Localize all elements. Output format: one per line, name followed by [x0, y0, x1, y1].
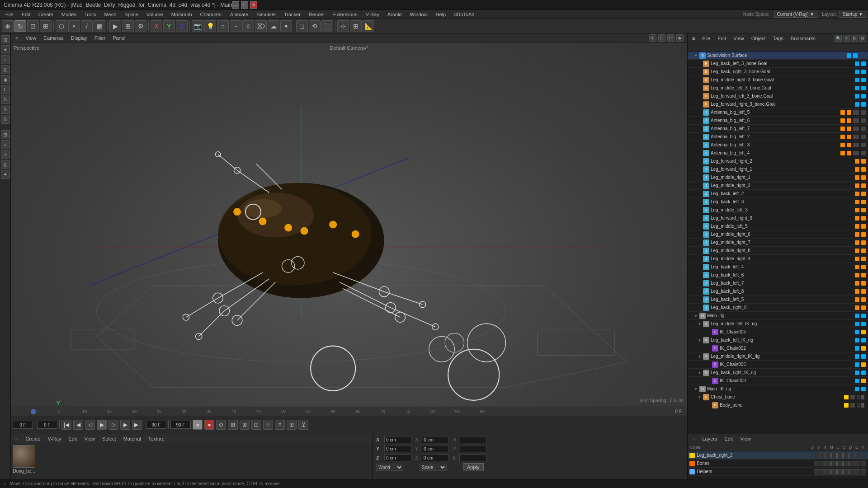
- layers-toggle[interactable]: ≡: [689, 435, 698, 442]
- frame-fps-input[interactable]: [170, 421, 191, 429]
- x-axis[interactable]: X: [151, 20, 162, 32]
- grid-btn[interactable]: ⊞: [350, 20, 362, 32]
- snap-btn[interactable]: ⊹: [337, 20, 349, 32]
- menu-mograph[interactable]: MoGraph: [168, 11, 196, 18]
- sg-item-leg-7[interactable]: J Leg_middle_left_3: [688, 206, 868, 214]
- sg-item-leg-13[interactable]: J Leg_middle_right_4: [688, 255, 868, 263]
- menu-simulate[interactable]: Simulate: [253, 11, 279, 18]
- maximize-button[interactable]: □: [241, 1, 248, 9]
- vp-menu-toggle[interactable]: ≡: [13, 34, 21, 42]
- sg-item-leg-4[interactable]: J Leg_middle_right_2: [688, 182, 868, 190]
- sg-item-leg-2[interactable]: J Leg_forward_right_1: [688, 165, 868, 174]
- sg-menu-edit[interactable]: Edit: [715, 35, 729, 42]
- sg-item-backright-ik[interactable]: ▾ N Leg_back_right_IK_rig: [688, 369, 868, 377]
- sg-item-ant-2[interactable]: J Antenna_big_left_6: [688, 117, 868, 125]
- layer-item-bones[interactable]: Bones: [688, 460, 868, 468]
- object-mode[interactable]: ⬡: [56, 20, 67, 32]
- mat-menu-view[interactable]: View: [81, 435, 98, 442]
- motion-path-btn[interactable]: ⊞: [287, 420, 297, 430]
- coord-rx-input[interactable]: [422, 436, 449, 443]
- light-btn[interactable]: 💡: [204, 20, 216, 32]
- vp-menu-cameras[interactable]: Cameras: [41, 34, 66, 42]
- coord-btn[interactable]: 📐: [363, 20, 374, 32]
- extra-btn[interactable]: ⊻: [298, 420, 308, 430]
- mat-menu-edit[interactable]: Edit: [66, 435, 80, 442]
- menu-vray[interactable]: V-Ray: [362, 11, 383, 18]
- sg-item-leg-6[interactable]: J Leg_back_left_3: [688, 198, 868, 206]
- sg-item-leg-3[interactable]: J Leg_middle_right_1: [688, 174, 868, 182]
- vp-menu-panel[interactable]: Panel: [110, 34, 128, 42]
- coord-scale-dropdown[interactable]: Scale: [420, 464, 447, 471]
- sg-item-goal-6[interactable]: B Leg_forward_right_3_bone.Goal: [688, 100, 868, 108]
- menu-help[interactable]: Help: [432, 11, 450, 18]
- vp-fit-btn[interactable]: ⊞: [649, 34, 656, 42]
- close-button[interactable]: ✕: [250, 1, 257, 9]
- sg-item-chain006[interactable]: C IK_Chain006: [688, 361, 868, 369]
- sg-item-leg-15[interactable]: J Leg_back_left_6: [688, 271, 868, 279]
- layer-item-backright[interactable]: Leg_back_right_2: [688, 451, 868, 460]
- coord-p-input[interactable]: [460, 445, 487, 452]
- scale-tool[interactable]: ⊡: [27, 20, 39, 32]
- sg-item-midleft-ik[interactable]: ▾ N Leg_middle_left_IK_rig: [688, 320, 868, 328]
- render-settings[interactable]: ⚙: [135, 20, 146, 32]
- render-btn[interactable]: ▶: [109, 20, 121, 32]
- coord-y-input[interactable]: [384, 445, 411, 452]
- coord-ry-input[interactable]: [422, 445, 449, 452]
- sidebar-mode-10[interactable]: ⊞: [1, 130, 10, 139]
- vp-3d-btn[interactable]: 3D: [667, 34, 675, 42]
- transform-tool[interactable]: ⊞: [40, 20, 52, 32]
- sg-item-main-rig[interactable]: ▾ N Main_rig: [688, 312, 868, 320]
- ik-btn[interactable]: ⊞: [228, 420, 238, 430]
- next-key-btn[interactable]: ▷: [108, 420, 118, 430]
- menu-3dotoall[interactable]: 3DoToAll: [450, 11, 477, 18]
- menu-volume[interactable]: Volume: [143, 11, 167, 18]
- particle-btn[interactable]: ✦: [280, 20, 292, 32]
- primitive-btn[interactable]: ○: [217, 20, 229, 32]
- sg-item-leg-11[interactable]: J Leg_middle_right_7: [688, 239, 868, 247]
- viewport[interactable]: Perspective Default Camera•* Grid Spacin…: [11, 42, 687, 407]
- fill-btn[interactable]: ⬛: [321, 20, 333, 32]
- sg-item-goal-2[interactable]: B Leg_back_right_3_bone.Goal: [688, 68, 868, 76]
- sg-menu-view[interactable]: View: [731, 35, 747, 42]
- sg-menu-file[interactable]: File: [699, 35, 713, 42]
- coord-b-input[interactable]: [459, 454, 486, 461]
- sg-item-leg-8[interactable]: J Leg_forward_right_3: [688, 214, 868, 222]
- next-frame-btn[interactable]: ▶: [120, 420, 130, 430]
- prev-key-btn[interactable]: ◁: [85, 420, 95, 430]
- edge-mode[interactable]: /: [81, 20, 93, 32]
- menu-create[interactable]: Create: [35, 11, 57, 18]
- sidebar-mode-14[interactable]: ✦: [1, 170, 10, 179]
- sg-vis-1[interactable]: [847, 53, 851, 58]
- scene-graph[interactable]: ▾ S Subdivision Surface B Leg_back_left_…: [688, 52, 868, 434]
- layers-edit[interactable]: Edit: [722, 435, 736, 442]
- sg-item-leg-10[interactable]: J Leg_middle_right_6: [688, 230, 868, 239]
- vp-render-btn[interactable]: ▶: [676, 34, 684, 42]
- render-view[interactable]: ⊞: [122, 20, 134, 32]
- vp-menu-filter[interactable]: Filter: [92, 34, 108, 42]
- coord-x-input[interactable]: [384, 436, 411, 443]
- timeline-mode-btn[interactable]: ≡: [275, 420, 285, 430]
- timeline-cursor[interactable]: [31, 409, 36, 414]
- menu-file[interactable]: File: [2, 11, 17, 18]
- go-start-btn[interactable]: |◀: [61, 420, 71, 430]
- environment-btn[interactable]: ☁: [268, 20, 279, 32]
- sg-item-leg-14[interactable]: J Leg_back_left_4: [688, 263, 868, 271]
- prev-frame-btn[interactable]: ◀: [73, 420, 83, 430]
- sg-item-goal-5[interactable]: B Leg_forward_left_3_bone.Goal: [688, 92, 868, 100]
- sg-menu-toggle[interactable]: ≡: [689, 35, 698, 42]
- record-btn[interactable]: ●: [193, 420, 203, 430]
- move-tool[interactable]: ⊕: [2, 20, 14, 32]
- mat-menu-create[interactable]: Create: [23, 435, 43, 442]
- coord-space-dropdown[interactable]: World Object: [376, 464, 403, 471]
- menu-arnold[interactable]: Arnold: [384, 11, 406, 18]
- select-btn[interactable]: ◻: [296, 20, 308, 32]
- apply-button[interactable]: Apply: [463, 463, 484, 471]
- menu-spline[interactable]: Spline: [121, 11, 142, 18]
- sg-item-chest-bone[interactable]: ▾ B Chest_bone: [688, 393, 868, 401]
- mat-menu-material[interactable]: Material: [121, 435, 144, 442]
- sg-config-icon[interactable]: ⚙: [859, 35, 866, 42]
- layer-item-helpers[interactable]: Helpers: [688, 468, 868, 476]
- coord-z-input[interactable]: [384, 454, 411, 461]
- sg-item-leg-5[interactable]: J Leg_back_left_2: [688, 190, 868, 198]
- layout-dropdown[interactable]: Startup ▼: [840, 11, 866, 18]
